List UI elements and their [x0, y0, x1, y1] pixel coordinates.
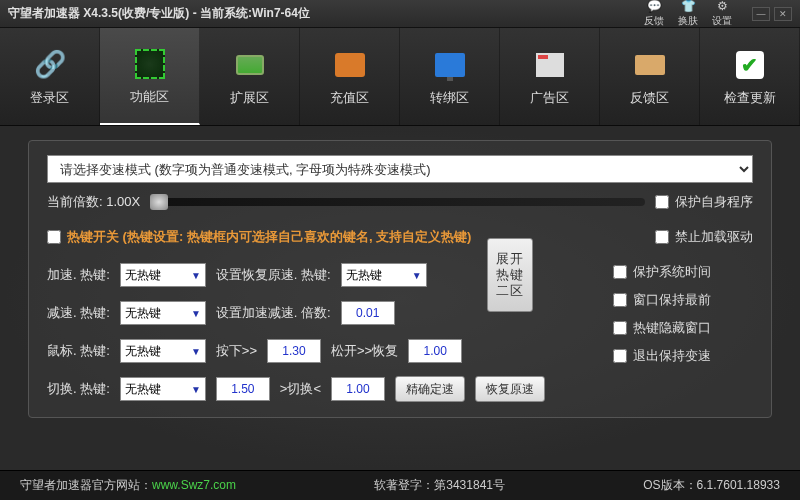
release-input[interactable] [408, 339, 462, 363]
tab-update[interactable]: ✔检查更新 [700, 28, 800, 125]
no-driver-checkbox[interactable]: 禁止加载驱动 [655, 228, 753, 246]
restore-label: 设置恢复原速. 热键: [216, 266, 331, 284]
tab-login[interactable]: 🔗登录区 [0, 28, 100, 125]
skin-icon[interactable]: 👕换肤 [678, 0, 698, 28]
decel-label: 减速. 热键: [47, 304, 110, 322]
press-input[interactable] [267, 339, 321, 363]
accel-label: 加速. 热键: [47, 266, 110, 284]
protect-time-checkbox[interactable]: 保护系统时间 [613, 263, 753, 281]
tab-ads[interactable]: 广告区 [500, 28, 600, 125]
feedback-icon[interactable]: 💬反馈 [644, 0, 664, 28]
tab-feedback[interactable]: 反馈区 [600, 28, 700, 125]
precise-speed-button[interactable]: 精确定速 [395, 376, 465, 402]
slider-thumb[interactable] [150, 194, 168, 210]
footer-reg: 软著登字：第3431841号 [374, 477, 505, 494]
press-label: 按下>> [216, 342, 257, 360]
footer-os: OS版本：6.1.7601.18933 [643, 477, 780, 494]
switch-val2-input[interactable] [331, 377, 385, 401]
step-input[interactable] [341, 301, 395, 325]
release-label: 松开>>恢复 [331, 342, 398, 360]
tab-bind[interactable]: 转绑区 [400, 28, 500, 125]
speed-mode-select[interactable]: 请选择变速模式 (数字项为普通变速模式, 字母项为特殊变速模式) [47, 155, 753, 183]
hide-hotkey-checkbox[interactable]: 热键隐藏窗口 [613, 319, 753, 337]
settings-icon[interactable]: ⚙设置 [712, 0, 732, 28]
mouse-hotkey-combo[interactable]: 无热键▼ [120, 339, 206, 363]
switch-val1-input[interactable] [216, 377, 270, 401]
protect-self-checkbox[interactable]: 保护自身程序 [655, 193, 753, 211]
hotkey-switch-checkbox[interactable]: 热键开关 (热键设置: 热键框内可选择自己喜欢的键名, 支持自定义热键) [47, 228, 645, 246]
switch-label: 切换. 热键: [47, 380, 110, 398]
close-button[interactable]: ✕ [774, 7, 792, 21]
decel-hotkey-combo[interactable]: 无热键▼ [120, 301, 206, 325]
tab-function[interactable]: 功能区 [100, 28, 200, 125]
switch2-label: >切换< [280, 380, 321, 398]
topmost-checkbox[interactable]: 窗口保持最前 [613, 291, 753, 309]
accel-hotkey-combo[interactable]: 无热键▼ [120, 263, 206, 287]
speed-slider[interactable] [150, 198, 645, 206]
footer-site: 守望者加速器官方网站：www.Swz7.com [20, 477, 236, 494]
restore-hotkey-combo[interactable]: 无热键▼ [341, 263, 427, 287]
expand-hotkey-button[interactable]: 展开热键二区 [487, 238, 533, 312]
step-label: 设置加速减速. 倍数: [216, 304, 331, 322]
mouse-label: 鼠标. 热键: [47, 342, 110, 360]
site-link[interactable]: www.Swz7.com [152, 478, 236, 492]
switch-hotkey-combo[interactable]: 无热键▼ [120, 377, 206, 401]
current-speed-label: 当前倍数: 1.00X [47, 193, 140, 211]
minimize-button[interactable]: — [752, 7, 770, 21]
window-title: 守望者加速器 X4.3.5(收费/专业版) - 当前系统:Win7-64位 [8, 5, 310, 22]
tab-extension[interactable]: 扩展区 [200, 28, 300, 125]
keep-on-exit-checkbox[interactable]: 退出保持变速 [613, 347, 753, 365]
tab-payment[interactable]: 充值区 [300, 28, 400, 125]
restore-speed-button[interactable]: 恢复原速 [475, 376, 545, 402]
